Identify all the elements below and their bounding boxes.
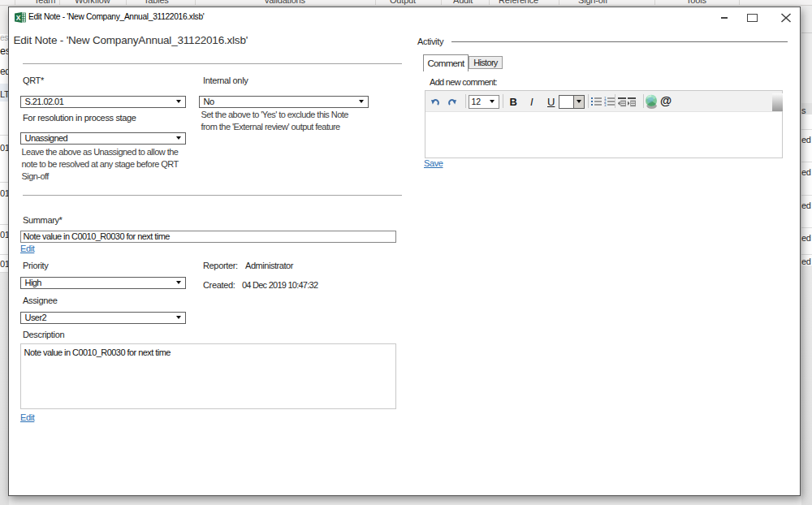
svg-text:X: X <box>16 14 21 22</box>
svg-text:3: 3 <box>604 103 607 106</box>
